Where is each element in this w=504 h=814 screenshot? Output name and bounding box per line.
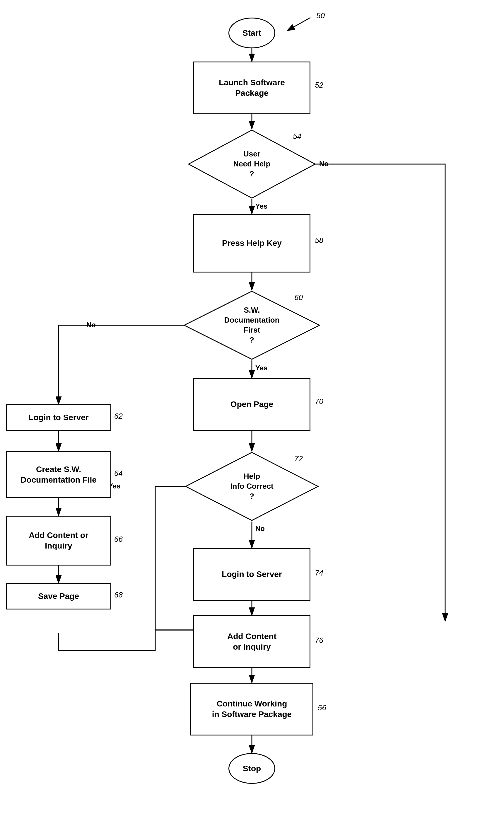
press-help-key-node: Press Help Key (193, 214, 310, 272)
ref-68: 68 (114, 591, 123, 600)
label-yes-54: Yes (255, 202, 267, 210)
login-server-62-node: Login to Server (6, 404, 111, 431)
save-page-node: Save Page (6, 583, 111, 610)
ref-52: 52 (315, 81, 323, 90)
label-no-72: No (255, 525, 265, 533)
stop-node: Stop (228, 753, 275, 784)
ref-66: 66 (114, 535, 123, 544)
ref-54: 54 (293, 132, 301, 141)
launch-software-node: Launch SoftwarePackage (193, 62, 310, 114)
ref-58: 58 (315, 236, 323, 245)
label-no-54: No (319, 160, 329, 168)
create-sw-doc-node: Create S.W.Documentation File (6, 451, 111, 498)
add-content-76-node: Add Contentor Inquiry (193, 615, 310, 668)
ref-74: 74 (315, 569, 323, 578)
start-node: Start (228, 18, 275, 48)
ref-56: 56 (318, 703, 326, 712)
ref-60: 60 (294, 293, 303, 302)
svg-line-14 (287, 18, 310, 31)
ref-72: 72 (294, 454, 303, 463)
open-page-node: Open Page (193, 378, 310, 431)
label-no-60: No (86, 321, 96, 329)
add-content-66-node: Add Content orInquiry (6, 516, 111, 566)
ref-62: 62 (114, 412, 123, 421)
ref-76: 76 (315, 636, 323, 645)
flowchart-diagram: Start 50 Launch SoftwarePackage 52 UserN… (0, 0, 504, 814)
label-yes-60: Yes (255, 364, 267, 372)
continue-working-node: Continue Workingin Software Package (190, 683, 313, 736)
login-server-74-node: Login to Server (193, 548, 310, 601)
ref-70: 70 (315, 397, 323, 406)
ref-50: 50 (316, 11, 325, 20)
ref-64: 64 (114, 469, 123, 478)
